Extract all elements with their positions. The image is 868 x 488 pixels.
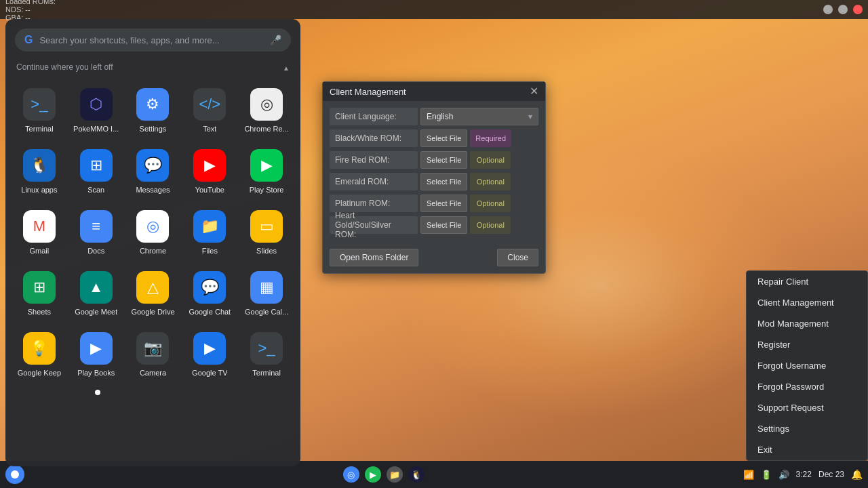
- app-label-19: Google Cal...: [245, 308, 288, 316]
- dialog-row-1: Black/White ROM:Select FileRequired: [330, 129, 538, 147]
- app-item-slides[interactable]: ▭Slides: [239, 203, 294, 262]
- row-label-3: Emerald ROM:: [330, 173, 418, 190]
- dialog-row-0: Client Language:English: [330, 108, 538, 125]
- status-badge-2: Optional: [470, 151, 511, 169]
- context-item-forgot-password[interactable]: Forgot Password: [747, 376, 867, 397]
- app-label-20: Google Keep: [18, 369, 61, 377]
- app-label-22: Camera: [140, 369, 166, 377]
- app-item-linux-apps[interactable]: 🐧Linux apps: [12, 142, 66, 201]
- context-item-repair-client[interactable]: Repair Client: [747, 271, 867, 292]
- app-icon-10: M: [23, 210, 56, 243]
- taskbar-launcher-button[interactable]: [5, 465, 24, 484]
- app-item-chrome[interactable]: ◎Chrome: [126, 203, 180, 262]
- google-icon: G: [24, 34, 33, 46]
- dialog-close-button[interactable]: ✕: [530, 86, 538, 97]
- app-icon-0: >_: [23, 88, 56, 121]
- app-item-docs[interactable]: ≡Docs: [69, 203, 123, 262]
- app-item-terminal[interactable]: >_Terminal: [239, 325, 294, 384]
- search-input[interactable]: [39, 35, 263, 45]
- notifications-icon[interactable]: 🔔: [851, 469, 863, 480]
- taskbar-center: ◎ ▶ 📁 🐧: [343, 466, 425, 483]
- context-item-support-request[interactable]: Support Request: [747, 397, 867, 418]
- app-icon-3: </>: [193, 88, 226, 121]
- select-file-btn-1[interactable]: Select File: [420, 129, 467, 147]
- app-label-4: Chrome Re...: [244, 125, 288, 133]
- app-item-play-store[interactable]: ▶Play Store: [239, 142, 294, 201]
- app-item-google-chat[interactable]: 💬Google Chat: [182, 264, 237, 323]
- dialog-row-2: Fire Red ROM:Select FileOptional: [330, 151, 538, 169]
- app-icon-6: ⊞: [80, 149, 113, 182]
- select-file-btn-2[interactable]: Select File: [420, 151, 467, 169]
- open-roms-folder-button[interactable]: Open Roms Folder: [330, 249, 418, 266]
- context-item-forgot-username[interactable]: Forgot Username: [747, 355, 867, 376]
- select-file-btn-4[interactable]: Select File: [420, 195, 467, 212]
- app-icon-1: ⬡: [80, 88, 113, 121]
- taskbar-right: 📶 🔋 🔊 3:22 Dec 23 🔔: [743, 469, 863, 480]
- app-label-24: Terminal: [252, 369, 281, 377]
- search-bar[interactable]: G 🎤: [15, 28, 291, 52]
- app-item-google-keep[interactable]: 💡Google Keep: [12, 325, 66, 384]
- app-item-scan[interactable]: ⊞Scan: [69, 142, 123, 201]
- context-item-exit[interactable]: Exit: [747, 439, 867, 460]
- app-item-google-meet[interactable]: ▲Google Meet: [69, 264, 123, 323]
- close-dialog-button[interactable]: Close: [497, 249, 538, 266]
- app-item-chrome-re---[interactable]: ◎Chrome Re...: [239, 81, 294, 140]
- select-file-btn-5[interactable]: Select File: [420, 216, 467, 234]
- context-item-client-management[interactable]: Client Management: [747, 292, 867, 313]
- date-display: Dec 23: [818, 470, 844, 479]
- context-item-settings[interactable]: Settings: [747, 418, 867, 439]
- row-label-0: Client Language:: [330, 108, 418, 125]
- app-item-terminal[interactable]: >_Terminal: [12, 81, 66, 140]
- penguin-taskbar-icon[interactable]: 🐧: [408, 466, 425, 483]
- app-label-6: Scan: [87, 186, 104, 194]
- app-item-google-cal---[interactable]: ▦Google Cal...: [239, 264, 294, 323]
- app-label-2: Settings: [140, 125, 167, 133]
- app-label-11: Docs: [87, 247, 104, 255]
- status-badge-5: Optional: [470, 216, 511, 234]
- app-icon-23: ▶: [193, 332, 226, 365]
- app-item-play-books[interactable]: ▶Play Books: [69, 325, 123, 384]
- app-icon-9: ▶: [250, 149, 283, 182]
- app-label-21: Play Books: [77, 369, 115, 377]
- app-label-8: YouTube: [195, 186, 224, 194]
- app-item-files[interactable]: 📁Files: [182, 203, 237, 262]
- play-taskbar-icon[interactable]: ▶: [365, 466, 381, 483]
- app-item-gmail[interactable]: MGmail: [12, 203, 66, 262]
- app-label-3: Text: [203, 125, 216, 133]
- dialog-row-5: Heart Gold/SoulSilver ROM:Select FileOpt…: [330, 216, 538, 234]
- app-label-7: Messages: [136, 186, 170, 194]
- app-item-settings[interactable]: ⚙Settings: [126, 81, 180, 140]
- files-taskbar-icon[interactable]: 📁: [387, 466, 403, 483]
- taskbar-left: [5, 465, 24, 484]
- maximize-btn[interactable]: [838, 5, 848, 14]
- app-item-camera[interactable]: 📷Camera: [126, 325, 180, 384]
- minimize-btn[interactable]: [823, 5, 833, 14]
- close-btn[interactable]: [853, 5, 863, 14]
- app-item-text[interactable]: </>Text: [182, 81, 237, 140]
- app-icon-19: ▦: [250, 271, 283, 304]
- app-label-12: Chrome: [140, 247, 166, 255]
- app-item-pokemmo-i---[interactable]: ⬡PokeMMO I...: [69, 81, 123, 140]
- nds-label: NDS: --: [5, 5, 31, 14]
- app-icon-21: ▶: [80, 332, 113, 365]
- app-item-google-tv[interactable]: ▶Google TV: [182, 325, 237, 384]
- apps-grid: >_Terminal⬡PokeMMO I...⚙Settings</>Text◎…: [5, 79, 300, 386]
- app-item-messages[interactable]: 💬Messages: [126, 142, 180, 201]
- app-item-youtube[interactable]: ▶YouTube: [182, 142, 237, 201]
- app-icon-16: ▲: [80, 271, 113, 304]
- app-label-17: Google Drive: [131, 308, 174, 316]
- context-item-register[interactable]: Register: [747, 334, 867, 355]
- status-badge-4: Optional: [470, 195, 511, 212]
- app-icon-17: △: [136, 271, 169, 304]
- select-file-btn-3[interactable]: Select File: [420, 173, 467, 190]
- context-item-mod-management[interactable]: Mod Management: [747, 313, 867, 334]
- language-select[interactable]: English: [420, 108, 538, 125]
- row-label-1: Black/White ROM:: [330, 129, 418, 147]
- collapse-icon[interactable]: [283, 61, 290, 73]
- chrome-taskbar-icon[interactable]: ◎: [343, 466, 359, 483]
- client-management-dialog: Client Management ✕ Client Language:Engl…: [322, 81, 546, 274]
- app-item-sheets[interactable]: ⊞Sheets: [12, 264, 66, 323]
- app-icon-24: >_: [250, 332, 283, 365]
- app-icon-7: 💬: [136, 149, 169, 182]
- app-item-google-drive[interactable]: △Google Drive: [126, 264, 180, 323]
